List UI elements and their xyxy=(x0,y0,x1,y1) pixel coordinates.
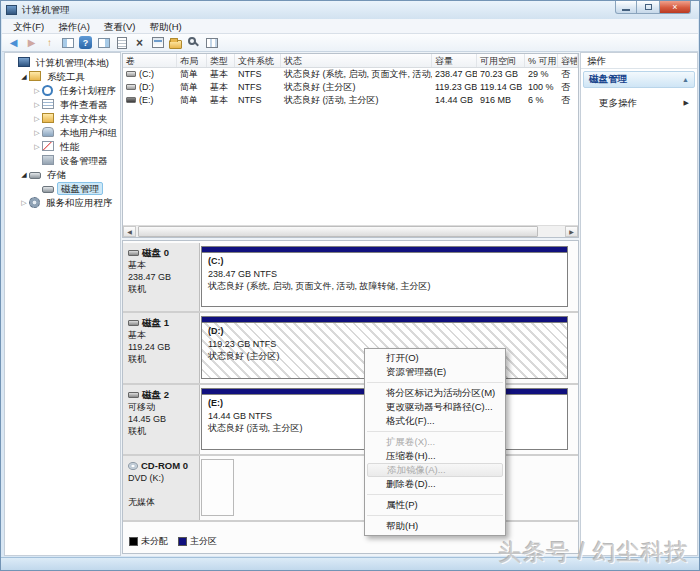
volume-fault-tolerance: 否 xyxy=(558,68,578,81)
menu-separator xyxy=(367,382,503,383)
minimize-button[interactable] xyxy=(615,1,637,14)
expander-closed-icon[interactable]: ▷ xyxy=(19,196,29,209)
expander-closed-icon[interactable]: ▷ xyxy=(32,112,42,125)
tree-item-label: 本地用户和组 xyxy=(57,126,120,139)
menu-item-change-drive-letter[interactable]: 更改驱动器号和路径(C)... xyxy=(365,400,505,414)
open-folder-icon[interactable] xyxy=(168,35,183,50)
menu-view[interactable]: 查看(V) xyxy=(97,19,143,34)
menu-help[interactable]: 帮助(H) xyxy=(142,19,188,34)
legend-label: 主分区 xyxy=(190,535,217,548)
menu-item-delete-volume[interactable]: 删除卷(D)... xyxy=(365,477,505,491)
menu-item-mark-active[interactable]: 将分区标记为活动分区(M) xyxy=(365,386,505,400)
volume-fs: NTFS xyxy=(235,68,281,81)
disk-0-label[interactable]: 磁盘 0 基本 238.47 GB 联机 xyxy=(123,243,200,311)
disk-graphical-view: 磁盘 0 基本 238.47 GB 联机 (C:) 238.47 GB NTFS… xyxy=(122,240,579,554)
expander-closed-icon[interactable]: ▷ xyxy=(32,98,42,111)
menu-file[interactable]: 文件(F) xyxy=(6,19,51,34)
find-icon[interactable] xyxy=(186,35,201,50)
expander-closed-icon[interactable]: ▷ xyxy=(32,140,42,153)
views-icon[interactable] xyxy=(204,35,219,50)
menu-item-explorer[interactable]: 资源管理器(E) xyxy=(365,365,505,379)
volume-name: (E:) xyxy=(123,94,177,107)
more-actions-item[interactable]: 更多操作 ▶ xyxy=(581,96,697,110)
tree-item-event-viewer[interactable]: ▷ 事件查看器 xyxy=(5,97,120,111)
tree-item-storage[interactable]: ◢ 存储 xyxy=(5,167,120,181)
forward-icon[interactable]: ▶ xyxy=(24,35,39,50)
col-type[interactable]: 类型 xyxy=(207,54,235,67)
menu-separator xyxy=(367,515,503,516)
maximize-button[interactable] xyxy=(637,1,659,14)
col-layout[interactable]: 布局 xyxy=(177,54,207,67)
horizontal-scrollbar[interactable]: ◀ ▶ xyxy=(123,225,578,237)
col-volume[interactable]: 卷 xyxy=(123,54,177,67)
export-list-icon[interactable] xyxy=(114,35,129,50)
tree-item-performance[interactable]: ▷ 性能 xyxy=(5,139,120,153)
volume-status: 状态良好 (活动, 主分区) xyxy=(281,94,432,107)
partition-label: (C:) xyxy=(208,255,567,268)
disk-icon xyxy=(128,320,139,326)
show-console-tree-icon[interactable] xyxy=(60,35,75,50)
expander-closed-icon[interactable]: ▷ xyxy=(32,126,42,139)
expander-open-icon[interactable]: ◢ xyxy=(19,70,29,83)
expander-closed-icon[interactable]: ▷ xyxy=(32,84,42,97)
partition-c[interactable]: (C:) 238.47 GB NTFS 状态良好 (系统, 启动, 页面文件, … xyxy=(201,246,568,307)
col-filesystem[interactable]: 文件系统 xyxy=(235,54,281,67)
volume-fault-tolerance: 否 xyxy=(558,94,578,107)
volume-free: 70.23 GB xyxy=(477,68,525,81)
tree-item-label: 存储 xyxy=(44,168,69,181)
delete-icon[interactable]: × xyxy=(132,35,147,50)
actions-section-disk-management[interactable]: 磁盘管理 ▲ xyxy=(583,71,695,88)
scroll-left-icon[interactable]: ◀ xyxy=(123,226,136,237)
properties-icon[interactable] xyxy=(150,35,165,50)
tree-item-computer-management[interactable]: 计算机管理(本地) xyxy=(5,55,120,69)
tree-item-system-tools[interactable]: ◢ 系统工具 xyxy=(5,69,120,83)
menu-item-help[interactable]: 帮助(H) xyxy=(365,519,505,533)
disk-name: 磁盘 1 xyxy=(142,317,169,329)
volume-type: 基本 xyxy=(207,68,235,81)
partition-size-fs: 238.47 GB NTFS xyxy=(208,268,567,281)
col-free-space[interactable]: 可用空间 xyxy=(477,54,525,67)
scroll-right-icon[interactable]: ▶ xyxy=(565,226,578,237)
cdrom-0-label[interactable]: CD-ROM 0 DVD (K:) 无媒体 xyxy=(123,456,200,520)
tree-item-shared-folders[interactable]: ▷ 共享文件夹 xyxy=(5,111,120,125)
menu-action[interactable]: 操作(A) xyxy=(51,19,97,34)
help-glyph: ? xyxy=(79,36,92,49)
col-status[interactable]: 状态 xyxy=(281,54,432,67)
expander-open-icon[interactable]: ◢ xyxy=(19,168,29,181)
primary-partition-swatch xyxy=(178,537,187,546)
menu-item-properties[interactable]: 属性(P) xyxy=(365,498,505,512)
tree-item-task-scheduler[interactable]: ▷ 任务计划程序 xyxy=(5,83,120,97)
partition-label: (D:) xyxy=(208,325,567,338)
col-fault-tolerance[interactable]: 容错 xyxy=(558,54,578,67)
watermark: 头条号 / 幻尘科技 xyxy=(499,537,689,568)
partition-status: 状态良好 (系统, 启动, 页面文件, 活动, 故障转储, 主分区) xyxy=(208,280,567,293)
show-action-pane-icon[interactable] xyxy=(96,35,111,50)
back-icon[interactable]: ◀ xyxy=(6,35,21,50)
partition-info: (C:) 238.47 GB NTFS 状态良好 (系统, 启动, 页面文件, … xyxy=(202,253,567,293)
volume-layout: 简单 xyxy=(177,94,207,107)
volume-row-d[interactable]: (D:) 简单 基本 NTFS 状态良好 (主分区) 119.23 GB 119… xyxy=(123,81,578,94)
tree-item-disk-management[interactable]: 磁盘管理 xyxy=(5,181,120,195)
volume-row-c[interactable]: (C:) 简单 基本 NTFS 状态良好 (系统, 启动, 页面文件, 活动, … xyxy=(123,68,578,81)
tree-item-local-users-groups[interactable]: ▷ 本地用户和组 xyxy=(5,125,120,139)
caption-buttons: × xyxy=(615,1,691,14)
col-pct-free[interactable]: % 可用 xyxy=(525,54,558,67)
menu-item-shrink-volume[interactable]: 压缩卷(H)... xyxy=(365,449,505,463)
app-icon xyxy=(6,5,17,15)
close-button[interactable]: × xyxy=(659,1,691,14)
menu-item-format[interactable]: 格式化(F)... xyxy=(365,414,505,428)
menu-item-open[interactable]: 打开(O) xyxy=(365,351,505,365)
volume-row-e[interactable]: (E:) 简单 基本 NTFS 状态良好 (活动, 主分区) 14.44 GB … xyxy=(123,94,578,107)
computer-management-window: 计算机管理 × 文件(F) 操作(A) 查看(V) 帮助(H) ◀ ▶ ↑ ? … xyxy=(0,0,700,571)
disk-1-label[interactable]: 磁盘 1 基本 119.24 GB 联机 xyxy=(123,313,200,383)
scrollbar-thumb[interactable] xyxy=(138,226,538,237)
tree-item-device-manager[interactable]: 设备管理器 xyxy=(5,153,120,167)
collapse-icon[interactable]: ▲ xyxy=(682,76,689,83)
disk-2-label[interactable]: 磁盘 2 可移动 14.45 GB 联机 xyxy=(123,385,200,454)
task-scheduler-icon xyxy=(42,85,53,96)
up-level-icon[interactable]: ↑ xyxy=(42,35,57,50)
tree-item-services-applications[interactable]: ▷ 服务和应用程序 xyxy=(5,195,120,209)
tree-item-label: 设备管理器 xyxy=(57,154,111,167)
col-capacity[interactable]: 容量 xyxy=(432,54,477,67)
help-icon[interactable]: ? xyxy=(78,35,93,50)
